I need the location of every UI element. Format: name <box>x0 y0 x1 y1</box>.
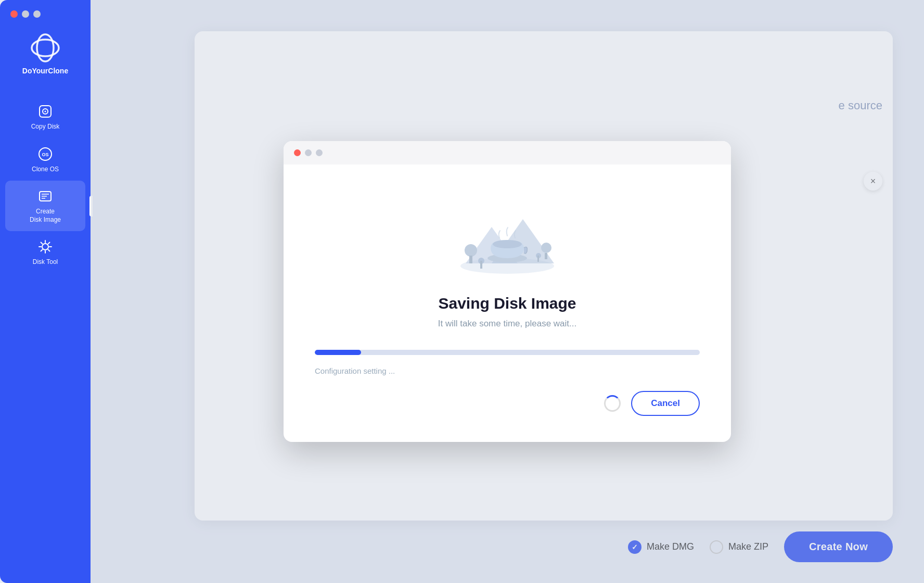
svg-point-0 <box>32 40 59 56</box>
sidebar-item-copy-disk[interactable]: Copy Disk <box>0 96 91 138</box>
svg-point-24 <box>493 240 522 248</box>
clone-os-icon: OS <box>37 146 54 162</box>
close-button[interactable] <box>10 10 18 18</box>
svg-text:OS: OS <box>42 152 48 157</box>
progress-bar-background <box>315 350 700 355</box>
window-controls <box>0 10 41 18</box>
modal-footer: Cancel <box>315 391 700 416</box>
svg-point-1 <box>37 34 54 61</box>
progress-container <box>315 350 700 355</box>
sidebar-item-disk-tool[interactable]: Disk Tool <box>0 231 91 274</box>
modal-subtitle: It will take some time, please wait... <box>438 319 576 329</box>
modal-illustration <box>447 185 567 279</box>
modal-maximize-button[interactable] <box>316 149 323 156</box>
modal-titlebar <box>284 141 731 164</box>
modal-minimize-button[interactable] <box>305 149 312 156</box>
svg-rect-16 <box>469 256 472 263</box>
svg-rect-20 <box>480 261 482 269</box>
modal-overlay: Saving Disk Image It will take some time… <box>91 0 924 583</box>
saving-disk-image-modal: Saving Disk Image It will take some time… <box>284 141 731 442</box>
svg-point-4 <box>45 111 46 112</box>
create-disk-image-icon <box>37 188 54 205</box>
cancel-button[interactable]: Cancel <box>631 391 700 416</box>
modal-title: Saving Disk Image <box>438 295 576 312</box>
sidebar-item-disk-tool-label: Disk Tool <box>33 258 58 267</box>
sidebar-item-clone-os[interactable]: OS Clone OS <box>0 138 91 181</box>
disk-tool-icon <box>37 238 54 255</box>
minimize-button[interactable] <box>22 10 29 18</box>
sidebar-item-clone-os-label: Clone OS <box>32 166 59 174</box>
copy-disk-icon <box>37 103 54 120</box>
app-title: DoYourClone <box>22 67 68 75</box>
svg-rect-22 <box>537 256 539 262</box>
sidebar-item-copy-disk-label: Copy Disk <box>31 123 60 131</box>
svg-point-11 <box>42 244 48 250</box>
svg-point-17 <box>541 243 551 253</box>
progress-bar-fill <box>315 350 361 355</box>
loading-spinner <box>604 395 621 412</box>
progress-label: Configuration setting ... <box>315 366 395 375</box>
svg-point-15 <box>465 244 477 257</box>
sidebar-item-create-disk-image[interactable]: CreateDisk Image <box>5 181 85 231</box>
modal-close-button[interactable] <box>294 149 301 156</box>
sidebar-item-create-disk-image-label: CreateDisk Image <box>30 208 61 224</box>
app-logo <box>31 33 60 62</box>
sidebar: DoYourClone Copy Disk OS Clone OS <box>0 0 91 583</box>
modal-body: Saving Disk Image It will take some time… <box>284 164 731 442</box>
main-content: e source × <box>91 0 924 583</box>
maximize-button[interactable] <box>33 10 41 18</box>
svg-rect-18 <box>545 253 547 259</box>
